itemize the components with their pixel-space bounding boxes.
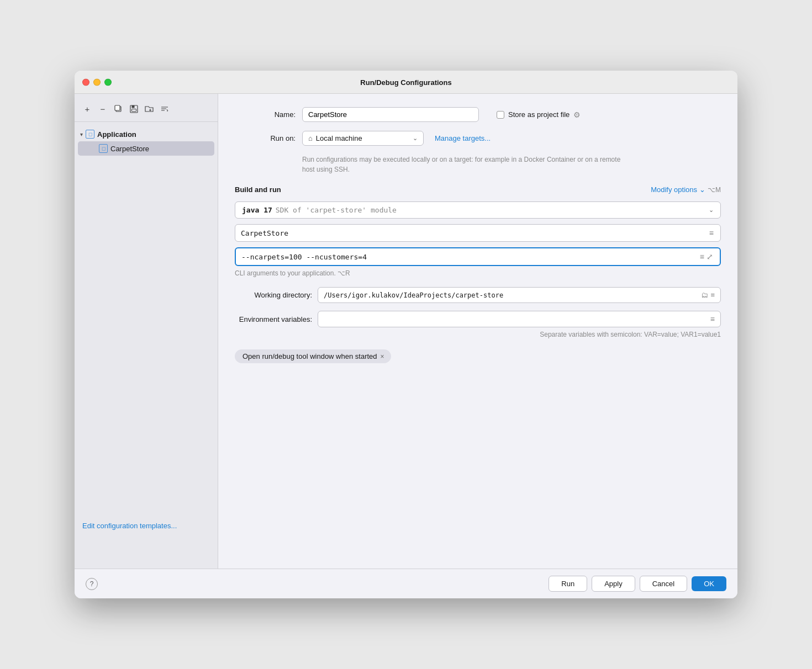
apply-button[interactable]: Apply <box>592 576 635 592</box>
name-row: Name: Store as project file ⚙ <box>235 107 721 122</box>
store-project-label: Store as project file <box>508 110 570 119</box>
help-button[interactable]: ? <box>86 578 98 590</box>
run-on-label: Run on: <box>235 134 296 142</box>
env-vars-row: Environment variables: ≡ <box>235 311 721 327</box>
window-title: Run/Debug Configurations <box>360 78 451 87</box>
working-dir-folder-button[interactable]: 🗂 <box>701 291 708 299</box>
content-area: Name: Store as project file ⚙ Run on: ⌂ … <box>218 94 737 569</box>
carpetstore-icon: ◻ <box>99 144 108 153</box>
application-label: Application <box>97 130 136 139</box>
svg-rect-1 <box>115 105 120 110</box>
cli-args-browse-button[interactable]: ≡ <box>699 252 705 261</box>
working-dir-label: Working directory: <box>235 291 312 299</box>
env-vars-label: Environment variables: <box>235 315 312 323</box>
working-dir-input: /Users/igor.kulakov/IdeaProjects/carpet-… <box>318 287 721 303</box>
sdk-chevron-icon: ⌄ <box>709 206 714 214</box>
carpetstore-label: CarpetStore <box>110 145 149 153</box>
working-dir-browse-button[interactable]: ≡ <box>710 291 715 299</box>
chevron-down-icon: ⌄ <box>699 185 705 194</box>
sidebar-toolbar: + − <box>75 99 218 122</box>
titlebar: Run/Debug Configurations <box>75 71 737 94</box>
modify-options-button[interactable]: Modify options ⌄ <box>651 185 705 194</box>
save-config-button[interactable] <box>126 102 141 116</box>
bottom-bar-left: ? <box>86 578 98 590</box>
tag-chip-tool-window: Open run/debug tool window when started … <box>235 349 391 363</box>
chevron-icon: ▾ <box>80 131 83 137</box>
copy-config-button[interactable] <box>111 102 125 116</box>
env-vars-browse-button[interactable]: ≡ <box>710 315 715 323</box>
tag-label: Open run/debug tool window when started <box>242 352 377 360</box>
store-project-checkbox[interactable] <box>497 111 504 119</box>
new-folder-button[interactable] <box>142 102 156 116</box>
build-run-title: Build and run <box>235 185 281 194</box>
close-button[interactable] <box>82 78 89 86</box>
cli-args-value: --ncarpets=100 --ncustomers=4 <box>241 253 699 261</box>
cli-args-row: --ncarpets=100 --ncustomers=4 ≡ ⤢ <box>235 247 721 266</box>
tag-row: Open run/debug tool window when started … <box>235 349 721 363</box>
cli-hint: CLI arguments to your application. ⌥R <box>235 269 721 277</box>
svg-rect-4 <box>131 109 136 112</box>
sdk-dropdown[interactable]: java 17 SDK of 'carpet-store' module ⌄ <box>235 201 721 219</box>
module-input-row: CarpetStore ≡ <box>235 224 721 242</box>
module-value: CarpetStore <box>241 229 708 237</box>
minimize-button[interactable] <box>93 78 101 86</box>
tag-remove-button[interactable]: × <box>381 353 384 360</box>
home-icon: ⌂ <box>308 134 313 142</box>
sidebar-item-carpetstore[interactable]: ◻ CarpetStore <box>78 141 214 156</box>
sidebar-section-application: ▾ ◻ Application ◻ CarpetStore <box>75 125 218 158</box>
chevron-down-icon: ⌄ <box>413 135 418 142</box>
gear-icon[interactable]: ⚙ <box>573 110 581 119</box>
env-hint: Separate variables with semicolon: VAR=v… <box>318 331 721 338</box>
sort-button[interactable] <box>157 102 172 116</box>
store-as-project-row: Store as project file ⚙ <box>497 110 581 119</box>
cli-args-expand-button[interactable]: ⤢ <box>705 252 714 261</box>
modify-options-label: Modify options <box>651 185 697 194</box>
maximize-button[interactable] <box>104 78 112 86</box>
sidebar-item-application[interactable]: ▾ ◻ Application <box>75 128 218 141</box>
name-label: Name: <box>235 110 296 119</box>
bottom-bar: ? Run Apply Cancel OK <box>75 569 737 598</box>
env-vars-input[interactable]: ≡ <box>318 311 721 327</box>
run-on-dropdown[interactable]: ⌂ Local machine ⌄ <box>302 131 424 146</box>
run-debug-window: Run/Debug Configurations + − <box>75 71 737 598</box>
remove-config-button[interactable]: − <box>96 102 110 116</box>
manage-targets-link[interactable]: Manage targets... <box>435 134 491 142</box>
cancel-button[interactable]: Cancel <box>640 576 687 592</box>
run-button[interactable]: Run <box>549 576 587 592</box>
run-on-value: Local machine <box>316 134 409 142</box>
ok-button[interactable]: OK <box>692 576 726 591</box>
modify-options-area: Modify options ⌄ ⌥M <box>651 185 721 194</box>
application-icon: ◻ <box>86 130 94 139</box>
build-run-section-header: Build and run Modify options ⌄ ⌥M <box>235 185 721 194</box>
sdk-name: java 17 <box>242 206 272 214</box>
module-browse-button[interactable]: ≡ <box>708 229 715 237</box>
traffic-lights <box>82 78 112 86</box>
edit-templates-link[interactable]: Edit configuration templates... <box>82 522 177 530</box>
modify-shortcut: ⌥M <box>708 186 721 194</box>
run-on-row: Run on: ⌂ Local machine ⌄ Manage targets… <box>235 131 721 146</box>
sdk-desc: SDK of 'carpet-store' module <box>276 206 397 214</box>
add-config-button[interactable]: + <box>80 102 94 116</box>
sidebar-footer: Edit configuration templates... <box>75 516 218 535</box>
working-dir-value: /Users/igor.kulakov/IdeaProjects/carpet-… <box>324 291 699 299</box>
info-text: Run configurations may be executed local… <box>302 155 634 174</box>
main-layout: + − <box>75 94 737 569</box>
working-dir-row: Working directory: /Users/igor.kulakov/I… <box>235 287 721 303</box>
name-input[interactable] <box>302 107 479 122</box>
svg-rect-3 <box>131 105 134 108</box>
sidebar: + − <box>75 94 218 569</box>
